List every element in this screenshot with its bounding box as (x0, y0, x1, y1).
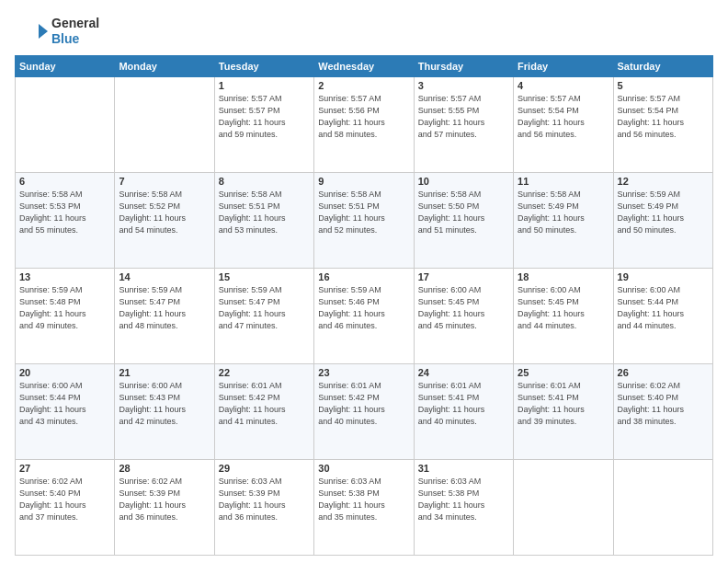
day-number: 26 (618, 367, 709, 378)
day-info: Sunrise: 6:00 AM Sunset: 5:45 PM Dayligh… (518, 284, 609, 332)
day-number: 4 (518, 80, 609, 91)
day-info: Sunrise: 5:57 AM Sunset: 5:57 PM Dayligh… (219, 93, 310, 141)
day-number: 18 (518, 271, 609, 282)
day-info: Sunrise: 6:00 AM Sunset: 5:44 PM Dayligh… (618, 284, 709, 332)
day-info: Sunrise: 6:03 AM Sunset: 5:38 PM Dayligh… (318, 476, 409, 523)
day-info: Sunrise: 5:59 AM Sunset: 5:47 PM Dayligh… (219, 284, 310, 332)
calendar-cell: 21Sunrise: 6:00 AM Sunset: 5:43 PM Dayli… (115, 364, 214, 460)
day-number: 16 (318, 271, 409, 282)
calendar-cell: 13Sunrise: 5:59 AM Sunset: 5:48 PM Dayli… (16, 269, 115, 364)
calendar-cell: 8Sunrise: 5:58 AM Sunset: 5:51 PM Daylig… (214, 173, 313, 269)
calendar-cell (115, 77, 214, 173)
day-number: 28 (119, 463, 210, 474)
calendar-cell: 18Sunrise: 6:00 AM Sunset: 5:45 PM Dayli… (514, 269, 613, 364)
day-number: 20 (19, 367, 110, 378)
day-info: Sunrise: 6:01 AM Sunset: 5:42 PM Dayligh… (318, 380, 409, 428)
day-number: 6 (19, 176, 110, 187)
day-number: 22 (219, 367, 310, 378)
day-info: Sunrise: 6:01 AM Sunset: 5:42 PM Dayligh… (219, 380, 310, 428)
day-number: 23 (318, 367, 409, 378)
calendar-cell: 28Sunrise: 6:02 AM Sunset: 5:39 PM Dayli… (115, 460, 214, 556)
calendar-cell: 24Sunrise: 6:01 AM Sunset: 5:41 PM Dayli… (414, 364, 513, 460)
calendar-cell: 23Sunrise: 6:01 AM Sunset: 5:42 PM Dayli… (314, 364, 414, 460)
day-header: Saturday (613, 56, 712, 77)
day-number: 25 (518, 367, 609, 378)
day-info: Sunrise: 6:01 AM Sunset: 5:41 PM Dayligh… (418, 380, 509, 428)
calendar-week: 6Sunrise: 5:58 AM Sunset: 5:53 PM Daylig… (16, 173, 713, 269)
day-info: Sunrise: 6:02 AM Sunset: 5:40 PM Dayligh… (618, 380, 709, 428)
day-info: Sunrise: 5:58 AM Sunset: 5:53 PM Dayligh… (19, 189, 110, 236)
header-row: SundayMondayTuesdayWednesdayThursdayFrid… (16, 56, 713, 77)
calendar-cell: 7Sunrise: 5:58 AM Sunset: 5:52 PM Daylig… (115, 173, 214, 269)
calendar-cell: 12Sunrise: 5:59 AM Sunset: 5:49 PM Dayli… (613, 173, 712, 269)
day-number: 2 (318, 80, 409, 91)
calendar-cell: 26Sunrise: 6:02 AM Sunset: 5:40 PM Dayli… (613, 364, 712, 460)
calendar-cell: 30Sunrise: 6:03 AM Sunset: 5:38 PM Dayli… (314, 460, 414, 556)
day-info: Sunrise: 5:57 AM Sunset: 5:56 PM Dayligh… (318, 93, 409, 141)
calendar-cell (16, 77, 115, 173)
calendar-cell: 9Sunrise: 5:58 AM Sunset: 5:51 PM Daylig… (314, 173, 414, 269)
day-header: Monday (115, 56, 214, 77)
calendar-cell: 5Sunrise: 5:57 AM Sunset: 5:54 PM Daylig… (613, 77, 712, 173)
logo-blue: Blue (51, 31, 99, 47)
day-header: Tuesday (214, 56, 313, 77)
day-header: Friday (514, 56, 613, 77)
calendar-cell: 20Sunrise: 6:00 AM Sunset: 5:44 PM Dayli… (16, 364, 115, 460)
day-info: Sunrise: 6:02 AM Sunset: 5:40 PM Dayligh… (19, 476, 110, 523)
calendar-cell: 17Sunrise: 6:00 AM Sunset: 5:45 PM Dayli… (414, 269, 513, 364)
day-info: Sunrise: 5:58 AM Sunset: 5:52 PM Dayligh… (119, 189, 210, 236)
day-info: Sunrise: 5:59 AM Sunset: 5:49 PM Dayligh… (618, 189, 709, 236)
calendar-cell: 14Sunrise: 5:59 AM Sunset: 5:47 PM Dayli… (115, 269, 214, 364)
calendar-cell: 1Sunrise: 5:57 AM Sunset: 5:57 PM Daylig… (214, 77, 313, 173)
day-number: 1 (219, 80, 310, 91)
calendar-cell (613, 460, 712, 556)
day-number: 3 (418, 80, 509, 91)
calendar-cell: 29Sunrise: 6:03 AM Sunset: 5:39 PM Dayli… (214, 460, 313, 556)
day-info: Sunrise: 6:01 AM Sunset: 5:41 PM Dayligh… (518, 380, 609, 428)
day-info: Sunrise: 6:02 AM Sunset: 5:39 PM Dayligh… (119, 476, 210, 523)
day-number: 13 (19, 271, 110, 282)
logo-text: GeneralBlue (51, 16, 99, 47)
calendar-cell: 31Sunrise: 6:03 AM Sunset: 5:38 PM Dayli… (414, 460, 513, 556)
logo-icon (15, 15, 48, 48)
day-info: Sunrise: 5:58 AM Sunset: 5:51 PM Dayligh… (219, 189, 310, 236)
calendar-cell: 22Sunrise: 6:01 AM Sunset: 5:42 PM Dayli… (214, 364, 313, 460)
day-number: 30 (318, 463, 409, 474)
day-number: 27 (19, 463, 110, 474)
day-header: Sunday (16, 56, 115, 77)
day-info: Sunrise: 5:59 AM Sunset: 5:48 PM Dayligh… (19, 284, 110, 332)
calendar-cell: 11Sunrise: 5:58 AM Sunset: 5:49 PM Dayli… (514, 173, 613, 269)
calendar-week: 13Sunrise: 5:59 AM Sunset: 5:48 PM Dayli… (16, 269, 713, 364)
day-info: Sunrise: 5:58 AM Sunset: 5:50 PM Dayligh… (418, 189, 509, 236)
calendar-cell: 15Sunrise: 5:59 AM Sunset: 5:47 PM Dayli… (214, 269, 313, 364)
calendar-cell: 25Sunrise: 6:01 AM Sunset: 5:41 PM Dayli… (514, 364, 613, 460)
header: GeneralBlue (15, 11, 713, 48)
day-info: Sunrise: 6:03 AM Sunset: 5:38 PM Dayligh… (418, 476, 509, 523)
day-info: Sunrise: 6:00 AM Sunset: 5:45 PM Dayligh… (418, 284, 509, 332)
calendar-cell: 19Sunrise: 6:00 AM Sunset: 5:44 PM Dayli… (613, 269, 712, 364)
day-header: Thursday (414, 56, 513, 77)
calendar-week: 27Sunrise: 6:02 AM Sunset: 5:40 PM Dayli… (16, 460, 713, 556)
day-number: 12 (618, 176, 709, 187)
day-number: 31 (418, 463, 509, 474)
day-number: 10 (418, 176, 509, 187)
day-number: 9 (318, 176, 409, 187)
calendar-cell: 27Sunrise: 6:02 AM Sunset: 5:40 PM Dayli… (16, 460, 115, 556)
page: GeneralBlue SundayMondayTuesdayWednesday… (0, 0, 728, 563)
day-info: Sunrise: 6:03 AM Sunset: 5:39 PM Dayligh… (219, 476, 310, 523)
day-info: Sunrise: 5:57 AM Sunset: 5:54 PM Dayligh… (618, 93, 709, 141)
day-number: 19 (618, 271, 709, 282)
day-number: 24 (418, 367, 509, 378)
day-info: Sunrise: 5:58 AM Sunset: 5:51 PM Dayligh… (318, 189, 409, 236)
day-header: Wednesday (314, 56, 414, 77)
day-number: 14 (119, 271, 210, 282)
day-info: Sunrise: 5:59 AM Sunset: 5:47 PM Dayligh… (119, 284, 210, 332)
day-number: 7 (119, 176, 210, 187)
calendar-cell: 4Sunrise: 5:57 AM Sunset: 5:54 PM Daylig… (514, 77, 613, 173)
logo: GeneralBlue (15, 15, 99, 48)
calendar-table: SundayMondayTuesdayWednesdayThursdayFrid… (15, 55, 713, 556)
day-info: Sunrise: 5:57 AM Sunset: 5:54 PM Dayligh… (518, 93, 609, 141)
day-info: Sunrise: 5:59 AM Sunset: 5:46 PM Dayligh… (318, 284, 409, 332)
day-info: Sunrise: 5:57 AM Sunset: 5:55 PM Dayligh… (418, 93, 509, 141)
logo-general: General (51, 16, 99, 31)
